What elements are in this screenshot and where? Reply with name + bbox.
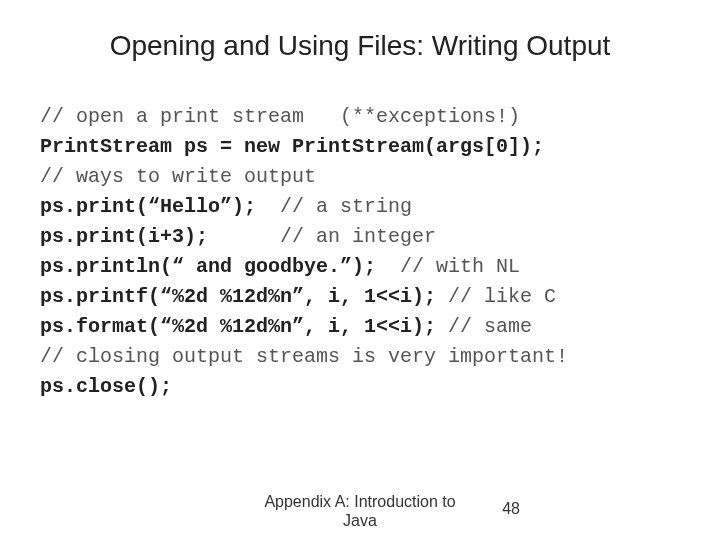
code-line: ps.println(“ and goodbye.”); // with NL bbox=[40, 252, 680, 282]
code-line: ps.format(“%2d %12d%n”, i, 1<<i); // sam… bbox=[40, 312, 680, 342]
code-line: ps.print(i+3); // an integer bbox=[40, 222, 680, 252]
code-comment: // a string bbox=[256, 195, 412, 218]
code-text: ps.println(“ and goodbye.”); bbox=[40, 255, 376, 278]
slide-title: Opening and Using Files: Writing Output bbox=[40, 30, 680, 62]
code-line: PrintStream ps = new PrintStream(args[0]… bbox=[40, 132, 680, 162]
code-line: ps.print(“Hello”); // a string bbox=[40, 192, 680, 222]
slide: Opening and Using Files: Writing Output … bbox=[0, 0, 720, 540]
code-text: ps.print(“Hello”); bbox=[40, 195, 256, 218]
code-line: ps.printf(“%2d %12d%n”, i, 1<<i); // lik… bbox=[40, 282, 680, 312]
code-comment: // like C bbox=[436, 285, 556, 308]
code-text: ps.print(i+3); bbox=[40, 225, 208, 248]
code-comment: // an integer bbox=[208, 225, 436, 248]
code-text: PrintStream ps = new PrintStream(args[0]… bbox=[40, 135, 544, 158]
footer: Appendix A: Introduction to Java bbox=[0, 492, 720, 530]
code-line: // ways to write output bbox=[40, 162, 680, 192]
code-text: ps.close(); bbox=[40, 375, 172, 398]
code-line: // closing output streams is very import… bbox=[40, 342, 680, 372]
code-line: ps.close(); bbox=[40, 372, 680, 402]
code-text: ps.printf(“%2d %12d%n”, i, 1<<i); bbox=[40, 285, 436, 308]
page-number: 48 bbox=[502, 500, 520, 518]
code-comment: // with NL bbox=[376, 255, 520, 278]
footer-text: Appendix A: Introduction to Java bbox=[260, 492, 460, 530]
code-text: ps.format(“%2d %12d%n”, i, 1<<i); bbox=[40, 315, 436, 338]
code-block: // open a print stream (**exceptions!)Pr… bbox=[40, 102, 680, 402]
code-comment: // same bbox=[436, 315, 532, 338]
code-line: // open a print stream (**exceptions!) bbox=[40, 102, 680, 132]
